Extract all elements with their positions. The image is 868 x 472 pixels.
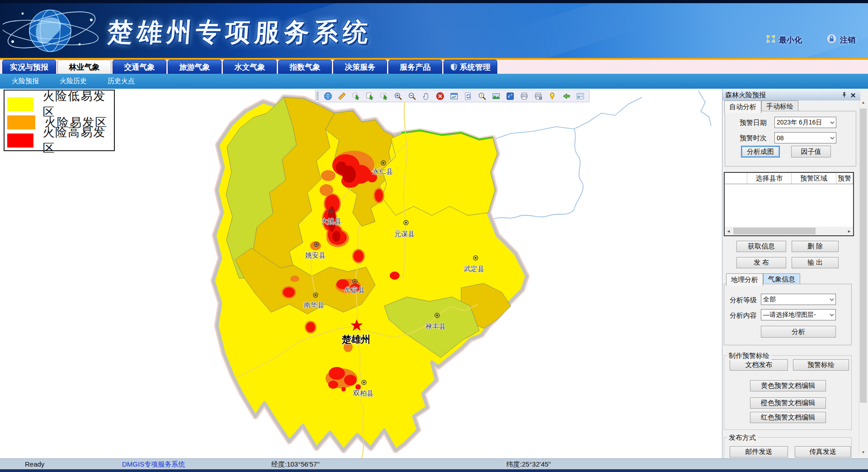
table-header[interactable] [725,173,747,184]
plot-button-黄色预警文档编辑[interactable]: 黄色预警文档编辑 [750,380,826,391]
app-title: 楚雄州专项服务系统 [106,15,373,50]
legend-item: 火险高易发区 [7,131,114,149]
panel-vscrollbar[interactable]: ▲ ▼ [859,100,867,458]
map-toolbar: ? [315,90,590,102]
pin-marker-icon[interactable] [546,91,558,101]
tab-林业气象[interactable]: 林业气象 [57,60,111,74]
vscroll-thumb[interactable] [860,109,867,403]
submenu-bar: 火险预报火险历史历史火点 [0,74,868,89]
banner-top-strip [0,0,868,3]
back-arrow-icon[interactable] [560,91,572,101]
submenu-item-火险预报[interactable]: 火险预报 [12,77,39,86]
map-label-楚雄州: 楚雄州 [342,333,370,346]
panel-header: 森林火险预报 ✕ [722,90,860,100]
submenu-item-历史火点[interactable]: 历史火点 [108,77,135,86]
zoom-out-icon[interactable] [406,91,418,101]
panel-tab-地理分析[interactable]: 地理分析 [726,273,763,286]
publish-group-title: 发布方式 [727,434,758,442]
globe-logo-icon [3,2,104,58]
logout-button[interactable]: 注销 [826,33,855,46]
status-system: DMGIS专项服务系统 [122,460,185,469]
panel-tab-自动分析[interactable]: 自动分析 [724,100,761,113]
print-setup-icon[interactable] [532,91,544,101]
refresh-page-icon[interactable] [462,91,474,101]
date-label: 预警日期 [740,119,767,127]
tab-水文气象[interactable]: 水文气象 [223,60,277,74]
chart-window-icon[interactable] [448,91,460,101]
application-window: 楚雄州专项服务系统 最小化 注销 实况与预报林业气象交通气象旅游气象水文气象指数… [0,0,868,472]
plot-button-红色预警文档编辑[interactable]: 红色预警文档编辑 [750,412,826,423]
plot-button-文档发布[interactable]: 文档发布 [730,359,788,371]
tab-决策服务[interactable]: 决策服务 [333,60,387,74]
stop-icon[interactable] [434,91,446,101]
image-icon[interactable] [490,91,502,101]
legend-swatch [7,133,33,148]
minimize-button[interactable]: 最小化 [766,34,802,46]
tab-旅游气象[interactable]: 旅游气象 [168,60,222,74]
tab-交通气象[interactable]: 交通气象 [113,60,166,74]
tab-实况与预报[interactable]: 实况与预报 [2,60,56,74]
export-map-icon[interactable] [504,91,516,101]
action-button-输出[interactable]: 输 出 [792,257,839,268]
scroll-left-icon[interactable]: ◄ [725,229,732,234]
plot-button-预警标绘[interactable]: 预警标绘 [793,359,849,371]
content-combobox[interactable]: —请选择地理图层- [761,309,836,320]
panel-title: 森林火险预报 [725,91,840,100]
time-combobox[interactable]: 08 [774,132,836,143]
toolbar-grip[interactable] [316,92,319,100]
action-button-获取信息[interactable]: 获取信息 [736,241,786,252]
warning-table[interactable]: 选择县市预警区域预警 ◄ ► [724,172,854,236]
publish-button-邮件发送[interactable]: 邮件发送 [730,446,788,458]
time-label: 预警时次 [740,134,767,143]
analyze-map-button[interactable]: 分析成图 [741,146,780,157]
ruler-icon[interactable] [335,91,348,101]
publish-button-传真发送[interactable]: 传真发送 [795,446,851,458]
scroll-up-icon[interactable]: ▲ [859,100,867,108]
map-label-牟定县: 牟定县 [344,286,365,295]
tab-指数气象[interactable]: 指数气象 [278,60,332,74]
action-button-发布[interactable]: 发 布 [736,257,786,268]
map-canvas[interactable]: 永仁县元谋县大姚县姚安县武定县牟定县南华县禄丰县双柏县楚雄州 火险低易发区火险易… [0,89,722,458]
svg-text:?: ? [480,93,482,97]
map-label-南华县: 南华县 [304,301,324,310]
analyze-button[interactable]: 分析 [761,326,836,338]
pin-icon[interactable] [840,91,849,99]
hscroll-thumb[interactable] [733,228,816,234]
table-hscrollbar[interactable]: ◄ ► [725,227,853,235]
plot-button-橙色预警文档编辑[interactable]: 橙色预警文档编辑 [750,397,826,409]
pan-icon[interactable] [420,91,432,101]
forest-fire-panel: 森林火险预报 ✕ 自动分析手动标绘 预警日期 2023年 6月16日 预警时次 … [722,89,868,458]
select-circle-icon[interactable] [349,91,362,101]
globe-icon[interactable] [321,91,334,101]
date-combobox[interactable]: 2023年 6月16日 [774,117,836,128]
factor-value-button[interactable]: 因子值 [791,146,831,157]
tab-系统管理[interactable]: 系统管理 [443,60,497,74]
tab-服务产品[interactable]: 服务产品 [388,60,442,74]
identify-icon[interactable]: ? [476,91,488,101]
scroll-down-icon[interactable]: ▼ [859,450,867,458]
lock-icon [826,33,837,46]
map-label-禄丰县: 禄丰县 [425,322,446,331]
status-ready: Ready [25,460,44,468]
scroll-right-icon[interactable]: ► [845,229,853,234]
submenu-item-火险历史[interactable]: 火险历史 [60,77,87,86]
print-icon[interactable] [518,91,530,101]
content-label: 分析内容 [730,311,757,320]
table-header[interactable]: 选择县市 [747,173,792,184]
close-icon[interactable]: ✕ [849,91,858,100]
select-arrow-icon[interactable] [363,91,376,101]
map-label-双柏县: 双柏县 [353,389,373,398]
legend-swatch [7,97,33,111]
map-legend: 火险低易发区火险易发区火险高易发区 [4,90,115,151]
map-label-武定县: 武定县 [464,265,484,273]
table-header[interactable]: 预警 [836,173,853,184]
chevron-down-icon [828,312,835,318]
action-button-删除[interactable]: 删 除 [792,241,839,252]
layout-icon[interactable] [574,91,586,101]
legend-item: 火险低易发区 [7,95,114,113]
lasso-select-icon[interactable] [377,91,390,101]
table-header[interactable]: 预警区域 [792,173,836,184]
main-tabbar: 实况与预报林业气象交通气象旅游气象水文气象指数气象决策服务服务产品系统管理 [0,60,868,74]
level-combobox[interactable]: 全部 [761,294,836,305]
zoom-in-icon[interactable] [392,91,404,101]
